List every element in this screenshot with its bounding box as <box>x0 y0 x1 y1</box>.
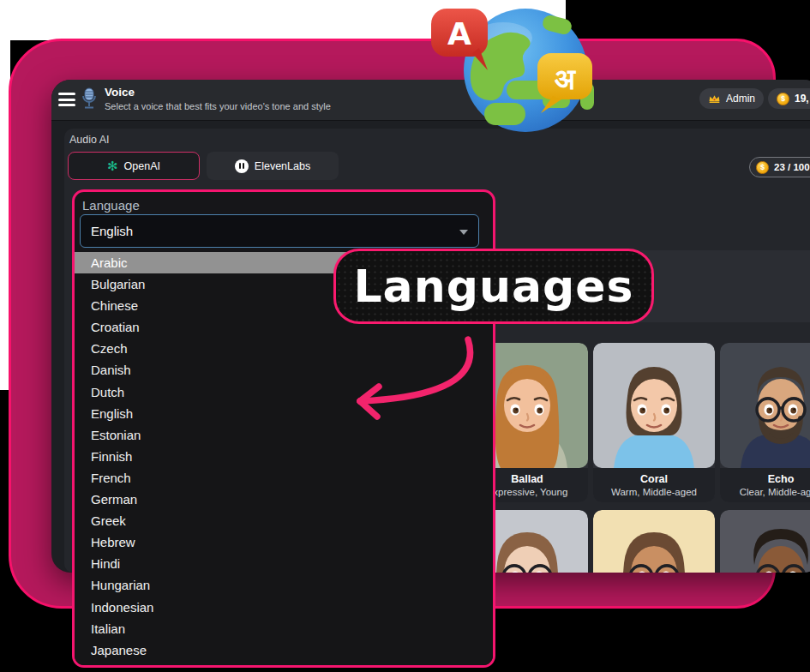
languages-callout-badge: Languages <box>333 249 654 324</box>
credits-value: 19, <box>795 93 809 105</box>
voice-name: Ballad <box>511 473 543 485</box>
admin-badge[interactable]: Admin <box>699 88 764 109</box>
openai-logo-icon: ✻ <box>107 159 118 172</box>
coin-icon: $ <box>756 161 769 174</box>
voice-avatar <box>593 343 715 468</box>
language-field-label: Language <box>82 198 140 213</box>
voice-card-echo[interactable]: EchoClear, Middle-aged <box>720 343 810 502</box>
voice-name: Echo <box>768 473 795 485</box>
provider-tab-openai[interactable]: ✻ OpenAI <box>68 152 200 180</box>
language-select[interactable]: English <box>80 214 479 248</box>
voice-card[interactable] <box>720 510 810 573</box>
audio-ai-section-label: Audio AI <box>69 134 110 146</box>
credits-badge[interactable]: $ 19, <box>768 88 810 109</box>
language-option-greek[interactable]: Greek <box>75 510 493 531</box>
admin-badge-label: Admin <box>726 93 755 105</box>
language-option-hungarian[interactable]: Hungarian <box>75 574 493 596</box>
language-option-german[interactable]: German <box>75 489 493 510</box>
page: Voice Select a voice that best fits your… <box>0 0 810 672</box>
language-option-hebrew[interactable]: Hebrew <box>75 531 493 553</box>
provider-tab-elevenlabs[interactable]: ElevenLabs <box>207 152 339 180</box>
voice-description: Clear, Middle-aged <box>740 487 810 497</box>
voices-row-1: BalladExpressive, Young CoralWarm, Middl… <box>466 343 810 502</box>
voice-description: Warm, Middle-aged <box>611 487 697 497</box>
voice-card[interactable] <box>593 510 715 573</box>
voice-avatar <box>593 510 715 573</box>
svg-text:अ: अ <box>555 62 577 96</box>
svg-text:A: A <box>447 16 471 51</box>
language-option-hindi[interactable]: Hindi <box>75 553 493 574</box>
provider-openai-label: OpenAI <box>124 160 160 172</box>
voice-description: Expressive, Young <box>487 487 568 497</box>
language-option-korean[interactable]: Korean <box>75 661 493 665</box>
microphone-icon <box>81 87 98 111</box>
crown-icon <box>708 93 721 104</box>
voice-avatar <box>720 343 810 468</box>
language-option-finnish[interactable]: Finnish <box>75 446 493 467</box>
elevenlabs-logo-icon <box>235 159 249 173</box>
page-title: Voice <box>105 86 135 99</box>
voices-row-2 <box>466 510 810 573</box>
curved-arrow-annotation <box>341 333 483 431</box>
provider-elevenlabs-label: ElevenLabs <box>255 160 310 172</box>
languages-callout-text: Languages <box>353 261 633 312</box>
menu-icon[interactable] <box>58 93 75 106</box>
page-subtitle: Select a voice that best fits your video… <box>105 101 331 111</box>
usage-counter-badge[interactable]: $ 23 / 100 <box>749 157 810 177</box>
chevron-down-icon <box>459 230 468 235</box>
language-option-indonesian[interactable]: Indonesian <box>75 597 493 618</box>
usage-counter-value: 23 / 100 <box>774 162 810 172</box>
language-option-italian[interactable]: Italian <box>75 618 493 639</box>
language-selected-value: English <box>91 224 133 238</box>
coin-icon: $ <box>777 93 789 105</box>
voice-card-coral[interactable]: CoralWarm, Middle-aged <box>593 343 715 502</box>
language-option-japanese[interactable]: Japanese <box>75 639 493 661</box>
voice-name: Coral <box>640 473 668 485</box>
voice-avatar <box>720 510 810 573</box>
language-option-french[interactable]: French <box>75 467 493 489</box>
translation-globe-icon: A अ <box>424 3 600 136</box>
